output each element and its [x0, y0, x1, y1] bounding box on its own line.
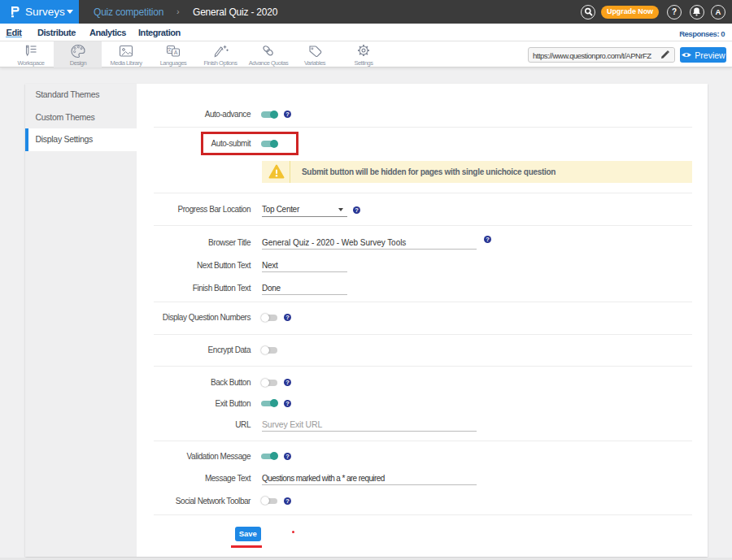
- svg-text:A: A: [174, 50, 178, 55]
- svg-text:文: 文: [168, 46, 172, 52]
